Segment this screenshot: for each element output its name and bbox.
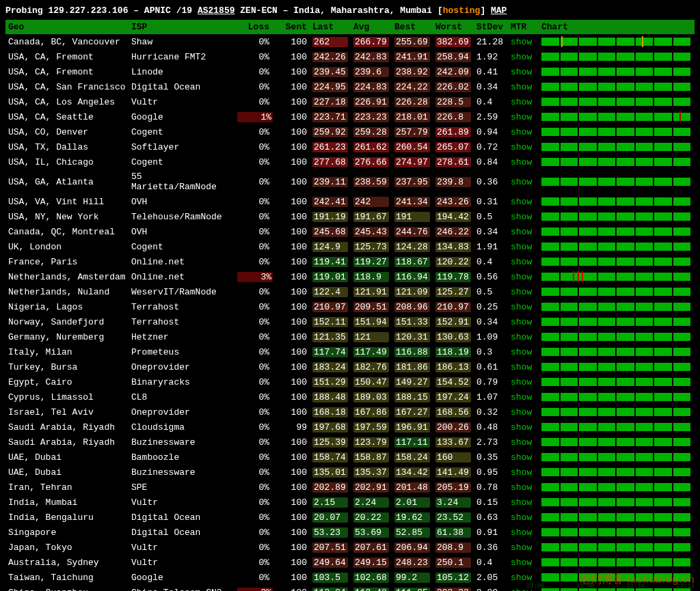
asn-link[interactable]: AS21859 xyxy=(198,5,235,16)
stdev-cell: 0.91 xyxy=(474,525,508,540)
mtr-show-link[interactable]: show xyxy=(511,287,532,297)
mtr-show-link[interactable]: show xyxy=(511,332,532,342)
geo-cell: Japan, Tokyo xyxy=(5,540,129,555)
worst-cell: 226.02 xyxy=(433,79,474,94)
isp-cell: Cloudsigma xyxy=(129,420,234,435)
chart-cell xyxy=(539,540,695,555)
mtr-show-link[interactable]: show xyxy=(511,497,532,508)
mtr-show-link[interactable]: show xyxy=(511,302,532,312)
avg-cell: 182.76 xyxy=(351,359,392,374)
mtr-show-link[interactable]: show xyxy=(511,512,532,523)
mtr-show-link[interactable]: show xyxy=(511,257,532,267)
mtr-show-link[interactable]: show xyxy=(511,437,532,448)
stdev-cell: 2.05 xyxy=(474,570,508,585)
mtr-show-link[interactable]: show xyxy=(511,67,532,77)
stdev-cell: 0.36 xyxy=(474,540,508,555)
loss-cell: 0% xyxy=(234,555,272,570)
col-header-loss[interactable]: Loss xyxy=(234,20,272,34)
best-cell: 191 xyxy=(392,209,433,224)
stdev-cell: 0.4 xyxy=(474,555,508,570)
mtr-show-link[interactable]: show xyxy=(511,407,532,417)
mtr-show-link[interactable]: show xyxy=(511,142,532,152)
last-cell: 262 xyxy=(310,34,351,49)
stdev-cell: 0.35 xyxy=(474,450,508,465)
loss-cell: 0% xyxy=(234,344,272,359)
col-header-last[interactable]: Last xyxy=(310,20,351,34)
mtr-show-link[interactable]: show xyxy=(511,422,532,432)
chart-cell xyxy=(539,404,695,420)
mtr-show-link[interactable]: show xyxy=(511,272,532,282)
col-header-mtr[interactable]: MTR xyxy=(508,20,539,34)
best-cell: 99.2 xyxy=(392,570,433,585)
chart-cell xyxy=(539,154,695,169)
geo-cell: China, Quanzhou xyxy=(5,585,129,591)
loss-cell: 0% xyxy=(234,49,272,64)
loss-cell: 0% xyxy=(234,284,272,299)
table-row: USA, GA, Atlanta55 Marietta/RamNode0%100… xyxy=(5,169,695,194)
mtr-show-link[interactable]: show xyxy=(511,527,532,538)
col-header-chart[interactable]: Chart xyxy=(539,20,695,34)
mtr-show-link[interactable]: show xyxy=(511,573,532,583)
worst-cell: 250.1 xyxy=(433,555,474,570)
table-row: Iran, TehranSPE0%100202.89202.91201.4820… xyxy=(5,480,695,495)
col-header-sent[interactable]: Sent xyxy=(272,20,310,34)
col-header-geo[interactable]: Geo xyxy=(5,20,129,34)
avg-cell: 135.37 xyxy=(351,465,392,480)
isp-cell: Online.net xyxy=(129,269,234,284)
mtr-show-link[interactable]: show xyxy=(511,542,532,553)
mtr-show-link[interactable]: show xyxy=(511,127,532,137)
mtr-show-link[interactable]: show xyxy=(511,377,532,387)
mtr-show-link[interactable]: show xyxy=(511,37,532,47)
worst-cell: 168.56 xyxy=(433,404,474,420)
mtr-show-link[interactable]: show xyxy=(511,52,532,62)
chart-cell xyxy=(539,510,695,525)
mtr-show-link[interactable]: show xyxy=(511,392,532,402)
mtr-show-link[interactable]: show xyxy=(511,82,532,92)
mtr-show-link[interactable]: show xyxy=(511,212,532,222)
col-header-worst[interactable]: Worst xyxy=(433,20,474,34)
last-cell: 239.11 xyxy=(310,169,351,194)
map-link[interactable]: MAP xyxy=(491,5,507,16)
mtr-show-link[interactable]: show xyxy=(511,112,532,122)
chart-cell xyxy=(539,224,695,239)
last-cell: 20.07 xyxy=(310,510,351,525)
stdev-cell: 9.09 xyxy=(474,585,508,591)
geo-cell: UAE, Dubai xyxy=(5,450,129,465)
geo-cell: Taiwan, Taichung xyxy=(5,570,129,585)
mtr-show-link[interactable]: show xyxy=(511,157,532,167)
table-row: USA, CA, FremontLinode0%100239.45239.623… xyxy=(5,64,695,79)
loss-cell: 0% xyxy=(234,79,272,94)
sent-cell: 100 xyxy=(272,480,310,495)
mtr-show-link[interactable]: show xyxy=(511,242,532,252)
col-header-best[interactable]: Best xyxy=(392,20,433,34)
isp-cell: Oneprovider xyxy=(129,404,234,420)
mtr-show-link[interactable]: show xyxy=(511,558,532,568)
chart-cell xyxy=(539,169,695,194)
mtr-show-link[interactable]: show xyxy=(511,452,532,463)
probe-location: India, Maharashtra, Mumbai xyxy=(293,5,438,16)
mtr-show-link[interactable]: show xyxy=(511,97,532,107)
last-cell: 249.64 xyxy=(310,555,351,570)
chart-cell xyxy=(539,450,695,465)
mtr-show-link[interactable]: show xyxy=(511,362,532,372)
worst-cell: 208.9 xyxy=(433,540,474,555)
avg-cell: 223.23 xyxy=(351,109,392,124)
mtr-show-link[interactable]: show xyxy=(511,467,532,478)
table-row: USA, VA, Vint HillOVH0%100242.41242241.3… xyxy=(5,194,695,209)
mtr-show-link[interactable]: show xyxy=(511,177,532,187)
mtr-show-link[interactable]: show xyxy=(511,197,532,207)
best-cell: 238.92 xyxy=(392,64,433,79)
last-cell: 227.18 xyxy=(310,94,351,109)
mtr-show-link[interactable]: show xyxy=(511,347,532,357)
col-header-avg[interactable]: Avg xyxy=(351,20,392,34)
sent-cell: 100 xyxy=(272,254,310,269)
mtr-show-link[interactable]: show xyxy=(511,482,532,493)
col-header-isp[interactable]: ISP xyxy=(129,20,234,34)
mtr-show-link[interactable]: show xyxy=(511,227,532,237)
best-cell: 151.33 xyxy=(392,314,433,329)
col-header-stdev[interactable]: StDev xyxy=(474,20,508,34)
best-cell: 19.62 xyxy=(392,510,433,525)
chart-cell xyxy=(539,254,695,269)
mtr-show-link[interactable]: show xyxy=(511,317,532,327)
best-cell: 181.86 xyxy=(392,359,433,374)
